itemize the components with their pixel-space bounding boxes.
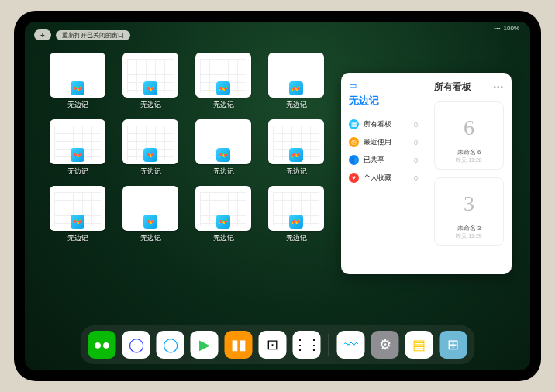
- thumb-preview: [268, 186, 324, 231]
- sidebar-item-count: 0: [414, 139, 418, 146]
- window-thumb[interactable]: 无边记: [119, 119, 181, 183]
- freeform-app-icon: [216, 215, 230, 229]
- top-bar: + 重新打开已关闭的窗口: [34, 29, 130, 40]
- freeform-panel: ▭ 无边记 ▦ 所有看板 0◷ 最近使用 0👥 已共享 0♥ 个人收藏 0 所有…: [341, 73, 512, 274]
- freeform-app-icon: [71, 81, 84, 95]
- thumb-label: 无边记: [67, 100, 88, 110]
- board-name: 未命名 3: [457, 224, 481, 232]
- browser-circle-icon[interactable]: ◯: [122, 331, 150, 359]
- panel-content: 所有看板 ••• 6 未命名 6 昨天 11:283 未命名 3 昨天 11:2…: [426, 73, 512, 274]
- thumb-label: 无边记: [286, 233, 307, 243]
- thumb-preview: [268, 119, 324, 164]
- window-thumb[interactable]: 无边记: [265, 53, 327, 116]
- freeform-app-icon: [71, 148, 84, 162]
- battery-text: 100%: [504, 25, 519, 32]
- thumb-preview: [195, 53, 251, 98]
- board-date: 昨天 11:28: [456, 156, 481, 164]
- settings-icon[interactable]: ⚙: [371, 331, 399, 359]
- window-thumb[interactable]: 无边记: [119, 186, 181, 249]
- signal-icon: •••: [494, 25, 500, 32]
- thumb-preview: [195, 186, 251, 231]
- thumb-label: 无边记: [213, 100, 234, 110]
- sidebar-toggle-icon[interactable]: ▭: [349, 81, 418, 91]
- thumb-label: 无边记: [140, 100, 161, 110]
- thumb-label: 无边记: [67, 167, 88, 177]
- freeform-app-icon: [289, 81, 303, 95]
- board-date: 昨天 11:25: [456, 232, 481, 240]
- sidebar-item-count: 0: [414, 174, 418, 182]
- heart-icon: ♥: [349, 173, 359, 183]
- sidebar-item[interactable]: 👥 已共享 0: [349, 151, 418, 169]
- thumb-preview: [122, 119, 178, 164]
- more-icon[interactable]: •••: [493, 83, 504, 91]
- window-thumb[interactable]: 无边记: [47, 53, 109, 116]
- thumb-label: 无边记: [286, 100, 307, 110]
- ipad-frame: ••• 100% + 重新打开已关闭的窗口 无边记 无边记 无边记 无边记 无边…: [14, 11, 541, 381]
- screen: ••• 100% + 重新打开已关闭的窗口 无边记 无边记 无边记 无边记 无边…: [25, 22, 530, 370]
- thumb-preview: [122, 186, 178, 231]
- sidebar-item-label: 已共享: [364, 155, 384, 165]
- dice-icon[interactable]: ⊡: [259, 331, 287, 359]
- thumb-label: 无边记: [67, 233, 88, 243]
- window-thumb[interactable]: 无边记: [192, 186, 254, 249]
- freeform-app-icon: [216, 81, 230, 95]
- sidebar-item-count: 0: [414, 121, 418, 129]
- qqbrowser-icon[interactable]: ◯: [157, 331, 184, 359]
- people-icon: 👥: [349, 155, 359, 165]
- clock-icon: ◷: [349, 137, 359, 147]
- thumb-preview: [195, 119, 251, 164]
- sidebar-item[interactable]: ▦ 所有看板 0: [349, 115, 418, 133]
- reopen-closed-window-button[interactable]: 重新打开已关闭的窗口: [56, 30, 130, 40]
- dock-separator: [329, 334, 329, 356]
- board-preview: 6: [440, 107, 498, 148]
- board-preview: 3: [440, 183, 498, 224]
- wechat-icon[interactable]: ●●: [88, 331, 116, 359]
- thumb-label: 无边记: [213, 167, 234, 177]
- thumb-preview: [268, 53, 324, 98]
- sidebar-item[interactable]: ♥ 个人收藏 0: [349, 169, 418, 187]
- sidebar-item-count: 0: [414, 156, 418, 164]
- freeform-app-icon: [289, 215, 303, 229]
- thumb-label: 无边记: [140, 167, 161, 177]
- freeform-icon[interactable]: 〰: [337, 331, 365, 359]
- board-card[interactable]: 6 未命名 6 昨天 11:28: [434, 101, 504, 170]
- board-card[interactable]: 3 未命名 3 昨天 11:25: [434, 177, 504, 246]
- window-thumb[interactable]: 无边记: [265, 119, 327, 183]
- sidebar-item[interactable]: ◷ 最近使用 0: [349, 133, 418, 151]
- thumb-label: 无边记: [286, 167, 307, 177]
- thumb-preview: [50, 186, 105, 231]
- play-icon[interactable]: ▶: [191, 331, 219, 359]
- sidebar-item-label: 所有看板: [364, 119, 391, 129]
- dock: ●●◯◯▶▮▮⊡⋮⋮〰⚙▤⊞: [81, 325, 475, 364]
- thumb-label: 无边记: [140, 233, 161, 243]
- freeform-app-icon: [216, 148, 230, 162]
- freeform-app-icon: [143, 215, 157, 229]
- thumb-preview: [50, 119, 105, 164]
- panel-sidebar: ▭ 无边记 ▦ 所有看板 0◷ 最近使用 0👥 已共享 0♥ 个人收藏 0: [341, 73, 426, 274]
- appfolder-icon[interactable]: ⊞: [440, 331, 467, 359]
- dots-icon[interactable]: ⋮⋮: [293, 331, 321, 359]
- new-window-button[interactable]: +: [34, 29, 51, 40]
- panel-title: 无边记: [349, 94, 418, 108]
- boards-title: 所有看板: [434, 81, 471, 94]
- window-thumb[interactable]: 无边记: [47, 119, 109, 183]
- board-name: 未命名 6: [457, 148, 481, 156]
- freeform-app-icon: [143, 81, 157, 95]
- status-bar: ••• 100%: [494, 25, 519, 32]
- notes-icon[interactable]: ▤: [405, 331, 433, 359]
- window-thumb[interactable]: 无边记: [265, 186, 327, 249]
- thumb-label: 无边记: [213, 233, 234, 243]
- sidebar-list: ▦ 所有看板 0◷ 最近使用 0👥 已共享 0♥ 个人收藏 0: [349, 115, 418, 187]
- freeform-app-icon: [71, 215, 84, 229]
- books-icon[interactable]: ▮▮: [225, 331, 253, 359]
- freeform-app-icon: [289, 148, 303, 162]
- window-grid: 无边记 无边记 无边记 无边记 无边记 无边记 无边记 无边记 无边记 无边记: [47, 53, 327, 249]
- window-thumb[interactable]: 无边记: [192, 119, 254, 183]
- window-thumb[interactable]: 无边记: [47, 186, 109, 249]
- sidebar-item-label: 最近使用: [364, 137, 391, 147]
- thumb-preview: [50, 53, 105, 98]
- window-thumb[interactable]: 无边记: [119, 53, 181, 116]
- window-thumb[interactable]: 无边记: [192, 53, 254, 116]
- thumb-preview: [122, 53, 178, 98]
- sidebar-item-label: 个人收藏: [364, 173, 391, 183]
